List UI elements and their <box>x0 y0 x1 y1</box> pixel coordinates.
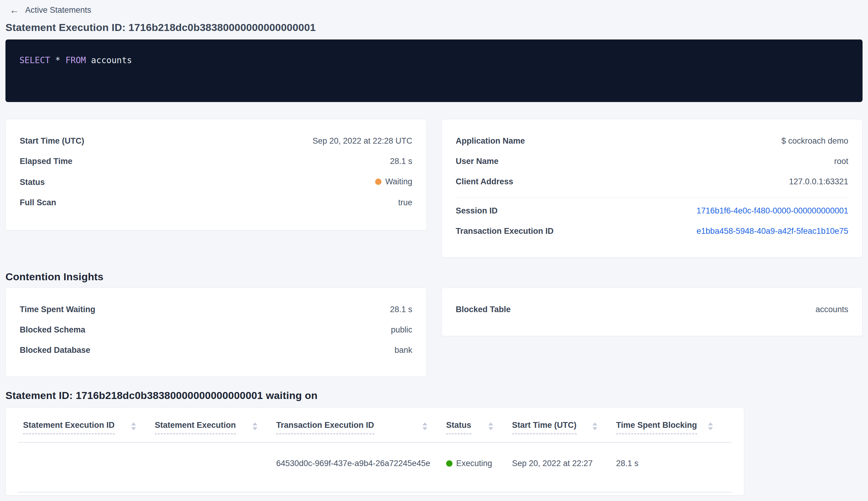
column-header-start-time[interactable]: Start Time (UTC) <box>512 420 616 434</box>
full-scan-label: Full Scan <box>20 198 56 207</box>
session-id-label: Session ID <box>456 206 498 216</box>
status-executing-dot-icon <box>446 460 453 467</box>
blocked-schema-label: Blocked Schema <box>20 325 85 334</box>
contention-cards-row: Time Spent Waiting 28.1 s Blocked Schema… <box>6 288 862 377</box>
time-spent-waiting-value: 28.1 s <box>390 305 412 314</box>
start-time-row: Start Time (UTC) Sep 20, 2022 at 22:28 U… <box>20 136 412 146</box>
status-waiting-dot-icon <box>375 179 381 185</box>
sort-icon[interactable] <box>488 422 493 430</box>
status-label: Status <box>20 178 45 187</box>
sql-keyword: SELECT <box>19 55 50 65</box>
column-header-statement-execution-id[interactable]: Statement Execution ID <box>23 420 155 434</box>
status-text: Waiting <box>385 177 412 186</box>
blocked-database-row: Blocked Database bank <box>20 345 412 355</box>
column-header-transaction-execution-id[interactable]: Transaction Execution ID <box>276 420 446 434</box>
cell-start-time: Sep 20, 2022 at 22:27 <box>512 459 616 468</box>
user-name-value: root <box>834 157 848 166</box>
sql-text: * <box>50 55 66 65</box>
transaction-execution-id-row: Transaction Execution ID e1bba458-5948-4… <box>456 226 849 236</box>
time-spent-waiting-row: Time Spent Waiting 28.1 s <box>20 305 412 314</box>
blocked-schema-row: Blocked Schema public <box>20 325 412 334</box>
cell-time-spent-blocking: 28.1 s <box>616 459 732 468</box>
blocked-table-row: Blocked Table accounts <box>456 305 849 314</box>
breadcrumb-label[interactable]: Active Statements <box>25 6 91 15</box>
status-value: Waiting <box>375 177 412 186</box>
sort-icon[interactable] <box>593 422 597 430</box>
elapsed-time-row: Elapsed Time 28.1 s <box>20 157 412 166</box>
sort-icon[interactable] <box>252 422 257 430</box>
blocked-table-label: Blocked Table <box>456 305 511 314</box>
user-name-label: User Name <box>456 157 499 166</box>
statement-overview-card: Start Time (UTC) Sep 20, 2022 at 22:28 U… <box>6 119 427 231</box>
full-scan-row: Full Scan true <box>20 198 412 207</box>
client-address-label: Client Address <box>456 177 513 186</box>
cell-transaction-execution-id: 64530d0c-969f-437e-a9b4-26a72245e45e <box>276 459 446 468</box>
column-header-time-spent-blocking[interactable]: Time Spent Blocking <box>616 420 732 434</box>
contention-insights-heading: Contention Insights <box>6 271 862 283</box>
user-name-row: User Name root <box>456 157 849 166</box>
transaction-execution-id-link[interactable]: e1bba458-5948-40a9-a42f-5feac1b10e75 <box>696 226 848 236</box>
breadcrumb-back[interactable]: ← Active Statements <box>6 6 862 15</box>
waiting-on-heading: Statement ID: 1716b218dc0b38380000000000… <box>6 390 862 402</box>
blocked-table-value: accounts <box>815 305 848 314</box>
blocked-schema-value: public <box>391 325 412 334</box>
start-time-label: Start Time (UTC) <box>20 136 84 146</box>
sort-icon[interactable] <box>708 422 713 430</box>
column-header-label[interactable]: Statement Execution ID <box>23 420 115 434</box>
column-header-statement-execution[interactable]: Statement Execution <box>155 420 276 434</box>
elapsed-time-value: 28.1 s <box>390 157 412 166</box>
sql-table-name: accounts <box>86 55 132 65</box>
session-info-card: Application Name $ cockroach demo User N… <box>442 119 863 257</box>
application-name-row: Application Name $ cockroach demo <box>456 136 849 146</box>
sql-keyword: FROM <box>66 55 86 65</box>
client-address-value: 127.0.0.1:63321 <box>789 177 848 186</box>
elapsed-time-label: Elapsed Time <box>20 157 73 166</box>
column-header-label[interactable]: Transaction Execution ID <box>276 420 374 434</box>
application-name-label: Application Name <box>456 136 525 146</box>
table-row: 64530d0c-969f-437e-a9b4-26a72245e45e Exe… <box>6 443 744 484</box>
blocked-database-label: Blocked Database <box>20 345 90 355</box>
column-header-label[interactable]: Statement Execution <box>155 420 236 434</box>
sql-statement-box: SELECT * FROM accounts <box>6 40 862 102</box>
table-bottom-padding <box>6 492 744 501</box>
session-id-row: Session ID 1716b1f6-4e0c-f480-0000-00000… <box>456 206 849 216</box>
blocked-database-value: bank <box>394 345 412 355</box>
application-name-value: $ cockroach demo <box>781 136 848 146</box>
transaction-execution-id-label: Transaction Execution ID <box>456 226 554 236</box>
column-header-label[interactable]: Status <box>446 420 471 434</box>
cell-status-text: Executing <box>456 459 492 468</box>
full-scan-value: true <box>398 198 412 207</box>
cell-status: Executing <box>446 459 512 468</box>
overview-cards-row: Start Time (UTC) Sep 20, 2022 at 22:28 U… <box>6 119 862 257</box>
back-arrow-icon[interactable]: ← <box>10 6 19 15</box>
waiting-table-header-row: Statement Execution ID Statement Executi… <box>6 420 744 434</box>
page-title: Statement Execution ID: 1716b218dc0b3838… <box>6 22 862 33</box>
client-address-row: Client Address 127.0.0.1:63321 <box>456 177 849 186</box>
column-header-status[interactable]: Status <box>446 420 512 434</box>
session-id-link[interactable]: 1716b1f6-4e0c-f480-0000-000000000001 <box>696 206 848 216</box>
column-header-label[interactable]: Start Time (UTC) <box>512 420 577 434</box>
waiting-on-table-card: Statement Execution ID Statement Executi… <box>6 407 744 495</box>
status-row: Status Waiting <box>20 177 412 187</box>
start-time-value: Sep 20, 2022 at 22:28 UTC <box>313 136 412 146</box>
sort-icon[interactable] <box>422 422 427 430</box>
column-header-label[interactable]: Time Spent Blocking <box>616 420 697 434</box>
blocked-table-card: Blocked Table accounts <box>442 288 863 336</box>
sort-icon[interactable] <box>131 422 136 430</box>
contention-details-card: Time Spent Waiting 28.1 s Blocked Schema… <box>6 288 427 377</box>
time-spent-waiting-label: Time Spent Waiting <box>20 305 95 314</box>
